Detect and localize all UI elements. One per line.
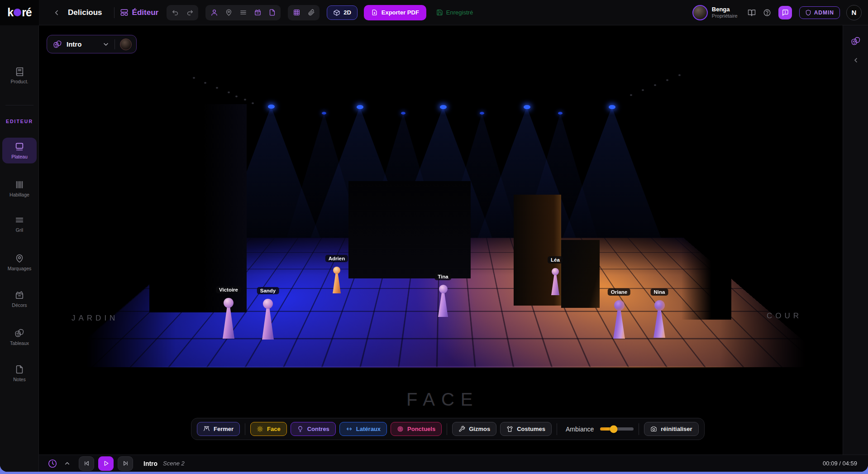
light-beam xyxy=(356,113,451,272)
rig-light xyxy=(228,91,230,93)
spotlight xyxy=(401,112,405,115)
sidebar-item-preferences[interactable]: Préférences xyxy=(2,468,37,472)
ambiance-slider-thumb[interactable] xyxy=(610,425,617,433)
sidebar-item-gril[interactable]: Gril xyxy=(2,211,37,237)
curtain-icon xyxy=(203,426,210,432)
divider xyxy=(639,423,639,435)
rig-light xyxy=(235,96,238,97)
divider xyxy=(114,7,114,18)
divider xyxy=(114,39,115,49)
grid-lines-icon xyxy=(14,215,24,225)
clock-icon xyxy=(48,459,57,469)
performers-tool-button[interactable] xyxy=(207,6,221,19)
book-icon xyxy=(14,67,24,77)
admin-badge[interactable]: ADMIN xyxy=(799,6,840,19)
grid-icon xyxy=(293,9,300,16)
back-button[interactable] xyxy=(49,5,64,20)
light-beam xyxy=(196,106,346,306)
scene-owner-avatar[interactable] xyxy=(120,38,132,50)
expand-timeline-button[interactable] xyxy=(60,456,74,471)
face-button[interactable]: Face xyxy=(250,422,287,436)
skip-forward-button[interactable] xyxy=(118,456,133,471)
spotlight xyxy=(440,105,447,109)
list-tool-button[interactable] xyxy=(236,6,250,19)
help-button[interactable] xyxy=(759,5,775,20)
reset-button[interactable]: réinitialiser xyxy=(644,422,698,436)
spotlight xyxy=(480,112,484,115)
sidebar-item-plateau[interactable]: Plateau xyxy=(2,138,37,163)
ponctuels-button[interactable]: Ponctuels xyxy=(391,422,442,436)
sidebar-item-product[interactable]: Product. xyxy=(2,62,37,88)
theater-masks-icon xyxy=(851,36,861,46)
skip-back-button[interactable] xyxy=(79,456,94,471)
user-role: Propriétaire xyxy=(712,13,738,19)
divider xyxy=(5,105,33,105)
zone-label-jardin: JARDIN xyxy=(72,314,118,323)
rig-light xyxy=(252,102,254,104)
sidebar-item-decors[interactable]: Décors xyxy=(2,286,37,312)
current-scene-subtitle: Scene 2 xyxy=(163,460,185,467)
performer-label: Oriane xyxy=(608,288,630,296)
user-icon xyxy=(210,9,218,16)
sidebar-item-notes[interactable]: Notes xyxy=(2,360,37,386)
stage-fade-right xyxy=(720,197,843,455)
stage-leg-center xyxy=(348,181,471,278)
theater-masks-icon xyxy=(53,40,62,49)
editor-mode-label[interactable]: Éditeur xyxy=(120,8,159,17)
contres-button[interactable]: Contres xyxy=(291,422,336,436)
undo-button[interactable] xyxy=(168,6,182,19)
account-avatar[interactable]: N xyxy=(846,5,862,20)
topbar-right: Benga Propriétaire ADMIN N xyxy=(692,5,868,20)
export-pdf-button[interactable]: Exporter PDF xyxy=(364,5,426,20)
light-toolbar: Fermer Face Contres Latéraux Ponctuels xyxy=(191,418,705,440)
view-2d-button[interactable]: 2D xyxy=(327,5,358,20)
gizmos-button[interactable]: Gizmos xyxy=(452,422,496,436)
stage-wing-left xyxy=(149,104,247,312)
light-beam xyxy=(513,113,608,272)
ambiance-slider[interactable] xyxy=(600,427,634,431)
decor-tool-button[interactable] xyxy=(251,6,264,19)
zone-label-face: FACE xyxy=(406,389,479,410)
costumes-button[interactable]: Costumes xyxy=(500,422,552,436)
docs-button[interactable] xyxy=(744,5,759,20)
performer-head xyxy=(614,300,625,311)
sidebar-item-habillage[interactable]: Habillage xyxy=(2,176,37,201)
logo-dot-icon xyxy=(14,9,21,16)
scene-selector[interactable]: Intro xyxy=(47,35,137,53)
chevron-left-icon xyxy=(852,57,859,64)
redo-button[interactable] xyxy=(183,6,196,19)
attach-button[interactable] xyxy=(304,6,318,19)
fermer-button[interactable]: Fermer xyxy=(197,422,240,436)
stage-leg-right xyxy=(561,240,600,308)
app-window: kré Delicious Éditeur 2D xyxy=(0,0,868,472)
play-button[interactable] xyxy=(98,456,114,471)
feedback-button[interactable] xyxy=(778,6,792,19)
current-scene-name: Intro xyxy=(143,460,157,467)
stage-canvas[interactable]: JARDIN COUR FACE Victoire Sandy Adrien T… xyxy=(39,25,843,455)
stage-front-edge xyxy=(111,367,766,368)
playback-bar: Intro Scene 2 00:09 / 04:59 xyxy=(39,455,868,472)
tableaux-panel-button[interactable] xyxy=(848,34,863,49)
stage-wing-right xyxy=(682,157,731,320)
rig-light xyxy=(630,94,632,96)
grid-toggle-button[interactable] xyxy=(290,6,303,19)
layout-icon xyxy=(120,8,129,17)
timeline-clock-button[interactable] xyxy=(45,456,60,471)
save-status: Enregistré xyxy=(436,9,473,16)
rig-light xyxy=(244,99,246,101)
spotlight xyxy=(524,105,530,109)
app-logo[interactable]: kré xyxy=(0,0,39,25)
rig-light xyxy=(666,79,668,81)
props-box-icon xyxy=(14,290,24,300)
stage-fade-left xyxy=(39,197,175,455)
playback-time: 00:09 / 04:59 xyxy=(823,460,857,467)
sidebar-item-marquages[interactable]: Marquages xyxy=(2,249,37,275)
divider xyxy=(245,423,245,435)
sidebar-item-tableaux[interactable]: Tableaux xyxy=(2,324,37,350)
user-avatar[interactable] xyxy=(692,5,708,20)
lateraux-button[interactable]: Latéraux xyxy=(339,422,387,436)
expand-panel-button[interactable] xyxy=(848,53,863,68)
markers-tool-button[interactable] xyxy=(222,6,235,19)
wrench-icon xyxy=(458,426,465,432)
document-tool-button[interactable] xyxy=(265,6,279,19)
